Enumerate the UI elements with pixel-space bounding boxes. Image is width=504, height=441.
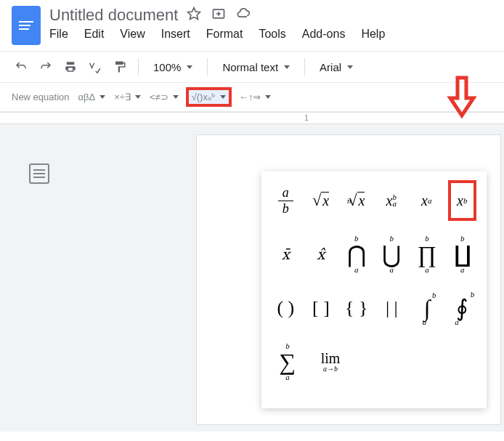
- new-equation-button[interactable]: New equation: [10, 89, 71, 105]
- math-nroot[interactable]: nx: [342, 180, 370, 221]
- math-operations-dropdown: ab x nx xba xa xb x̄ x̂ b⋂a b⋃a b∏a b∐a: [261, 171, 487, 408]
- math-coproduct[interactable]: b∐a: [448, 234, 476, 275]
- docs-logo-icon[interactable]: [12, 6, 41, 45]
- document-title[interactable]: Untitled document: [49, 6, 178, 25]
- menu-file[interactable]: File: [49, 28, 68, 41]
- caret-down-icon: [187, 65, 192, 69]
- new-equation-label: New equation: [12, 92, 70, 102]
- math-fraction[interactable]: ab: [272, 180, 300, 221]
- greek-letters-label: αβΔ: [78, 92, 96, 102]
- menu-format[interactable]: Format: [206, 28, 243, 41]
- arrows-label: ←↑⇒: [239, 92, 261, 102]
- math-contour-integral[interactable]: ∮ba: [448, 288, 476, 328]
- caret-down-icon: [284, 65, 290, 69]
- zoom-dropdown[interactable]: 100%: [146, 56, 200, 78]
- math-operations-label: √()xₐᵇ: [192, 92, 216, 102]
- caret-down-icon: [99, 95, 105, 99]
- font-dropdown[interactable]: Arial: [312, 56, 360, 78]
- menu-help[interactable]: Help: [361, 28, 385, 41]
- math-subsuper[interactable]: xba: [378, 180, 406, 221]
- menu-addons[interactable]: Add-ons: [302, 28, 346, 41]
- cloud-icon[interactable]: [236, 7, 251, 24]
- caret-down-icon: [347, 65, 353, 69]
- zoom-label: 100%: [153, 61, 181, 73]
- ruler: 1: [0, 113, 504, 124]
- math-xbar[interactable]: x̄: [272, 234, 300, 275]
- math-product[interactable]: b∏a: [413, 234, 442, 275]
- misc-operators-label: ×÷∃: [114, 92, 131, 102]
- style-label: Normal text: [222, 61, 278, 73]
- relations-button[interactable]: <≠⊃: [148, 89, 180, 105]
- menu-edit[interactable]: Edit: [84, 28, 105, 41]
- outline-toggle-icon[interactable]: [29, 163, 49, 184]
- print-button[interactable]: [60, 56, 81, 78]
- menu-view[interactable]: View: [120, 28, 145, 41]
- math-braces[interactable]: { }: [342, 288, 370, 328]
- math-subscript[interactable]: xa: [412, 180, 441, 221]
- menu-insert[interactable]: Insert: [161, 28, 190, 41]
- undo-button[interactable]: [10, 56, 32, 78]
- math-xhat[interactable]: x̂: [307, 234, 336, 275]
- ruler-mark: 1: [304, 114, 309, 122]
- svg-marker-0: [188, 8, 200, 20]
- misc-operators-button[interactable]: ×÷∃: [113, 89, 142, 105]
- font-label: Arial: [320, 61, 341, 73]
- math-sqrt[interactable]: x: [307, 180, 336, 221]
- math-operations-button[interactable]: √()xₐᵇ: [186, 87, 232, 107]
- annotation-arrow-icon: [446, 75, 478, 118]
- math-bars[interactable]: | |: [378, 288, 406, 328]
- math-integral[interactable]: ∫ba: [413, 288, 442, 328]
- arrows-button[interactable]: ←↑⇒: [237, 89, 273, 105]
- caret-down-icon: [135, 95, 141, 99]
- math-parentheses[interactable]: ( ): [272, 288, 300, 328]
- caret-down-icon: [173, 95, 179, 99]
- math-sum[interactable]: b∑a: [272, 341, 304, 382]
- math-intersection[interactable]: b⋂a: [342, 234, 370, 275]
- menu-tools[interactable]: Tools: [259, 28, 285, 41]
- caret-down-icon: [265, 95, 271, 99]
- math-brackets[interactable]: [ ]: [307, 288, 336, 328]
- spellcheck-button[interactable]: [84, 56, 106, 78]
- greek-letters-button[interactable]: αβΔ: [77, 89, 107, 105]
- redo-button[interactable]: [35, 56, 57, 78]
- math-union[interactable]: b⋃a: [378, 234, 406, 275]
- math-superscript[interactable]: xb: [448, 180, 477, 221]
- caret-down-icon: [220, 95, 226, 99]
- star-icon[interactable]: [187, 7, 201, 24]
- math-limit[interactable]: lima→b: [311, 341, 350, 382]
- relations-label: <≠⊃: [150, 92, 168, 102]
- move-icon[interactable]: [211, 7, 226, 24]
- paint-format-button[interactable]: [109, 56, 131, 78]
- style-dropdown[interactable]: Normal text: [215, 56, 297, 78]
